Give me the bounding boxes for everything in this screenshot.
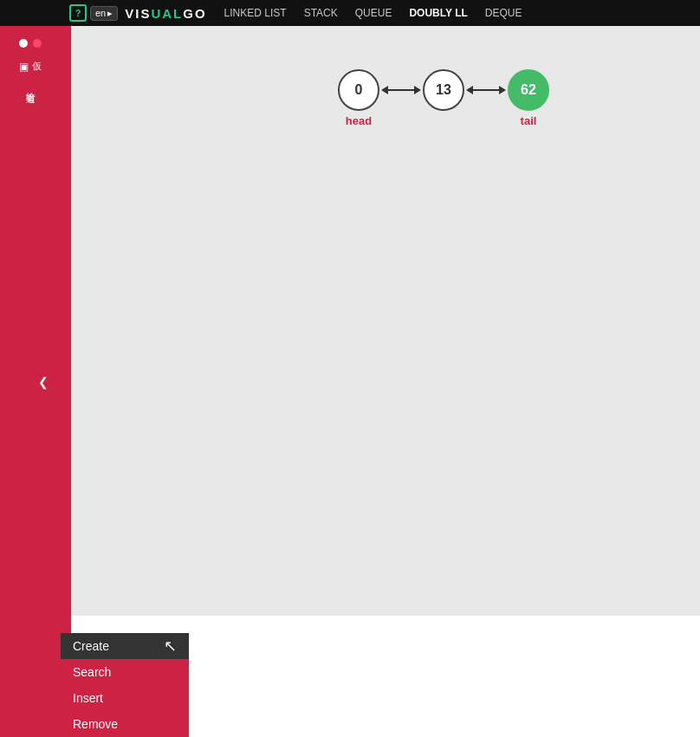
logo-icon: ? — [69, 4, 87, 22]
nav-queue[interactable]: QUEUE — [347, 0, 401, 26]
menu-search-label: Search — [73, 665, 111, 679]
node-0-label: head — [346, 114, 372, 127]
menu-item-search[interactable]: Search — [61, 659, 189, 685]
sidebar-red-panel: ▣ 仮 给有道 ❮ — [0, 26, 61, 737]
sidebar-icon-row: ▣ 仮 — [0, 56, 61, 76]
nav-links: LINKED LIST STACK QUEUE DOUBLY LL DEQUE — [216, 0, 531, 26]
arrow-line-2 — [471, 89, 499, 91]
arrow-13-62 — [466, 86, 506, 94]
menu-remove-label: Remove — [73, 717, 118, 731]
nav-deque[interactable]: DEQUE — [476, 0, 531, 26]
node-62-value: 62 — [521, 82, 536, 98]
arrow-line — [386, 89, 414, 91]
node-0-value: 0 — [355, 82, 363, 98]
nav-stack[interactable]: STACK — [295, 0, 347, 26]
linked-list-visualization: 0 head 13 x 62 tail — [338, 69, 549, 127]
node-62: 62 tail — [508, 69, 549, 127]
cursor-icon: ↖ — [164, 637, 177, 656]
nav-doubly-ll[interactable]: DOUBLY LL — [400, 0, 476, 26]
brand-logo: VISUALGO — [125, 6, 206, 21]
language-selector[interactable]: en ▸ — [90, 6, 118, 21]
main-canvas: 0 head 13 x 62 tail — [61, 26, 700, 616]
dot-2 — [33, 39, 42, 48]
nav-linked-list[interactable]: LINKED LIST — [216, 0, 295, 26]
arrow-head-icon-2 — [499, 86, 506, 94]
node-13-circle: 13 — [423, 69, 464, 111]
lang-text: en — [95, 8, 106, 18]
menu-item-remove[interactable]: Remove — [61, 711, 189, 737]
logo-area: ? en ▸ VISUALGO — [61, 4, 216, 22]
left-sidebar: ▣ 仮 给有道 ❮ — [0, 0, 61, 737]
node-13: 13 x — [423, 69, 464, 127]
top-navbar: ? en ▸ VISUALGO LINKED LIST STACK QUEUE … — [61, 0, 700, 26]
lang-arrow: ▸ — [107, 8, 113, 19]
menu-item-insert[interactable]: Insert — [61, 685, 189, 711]
node-62-circle: 62 — [508, 69, 549, 111]
sidebar-text: 给有道 — [24, 85, 37, 87]
sidebar-dots — [19, 39, 42, 48]
sidebar-logo — [0, 0, 61, 26]
node-13-value: 13 — [436, 82, 451, 98]
arrow-head-icon — [414, 86, 421, 94]
sidebar-char: 仮 — [32, 60, 42, 73]
menu-insert-label: Insert — [73, 691, 103, 705]
dot-1 — [19, 39, 28, 48]
node-62-label: tail — [521, 114, 537, 127]
menu-dropdown: Create ↖ Search Insert Remove — [61, 633, 189, 737]
arrow-0-13 — [381, 86, 421, 94]
menu-create-label: Create — [73, 639, 109, 653]
node-0-circle: 0 — [338, 69, 379, 111]
menu-item-create[interactable]: Create ↖ — [61, 633, 189, 659]
node-0: 0 head — [338, 69, 379, 127]
sidebar-icon: ▣ — [19, 61, 29, 73]
sidebar-collapse-btn[interactable]: ❮ — [33, 365, 54, 399]
